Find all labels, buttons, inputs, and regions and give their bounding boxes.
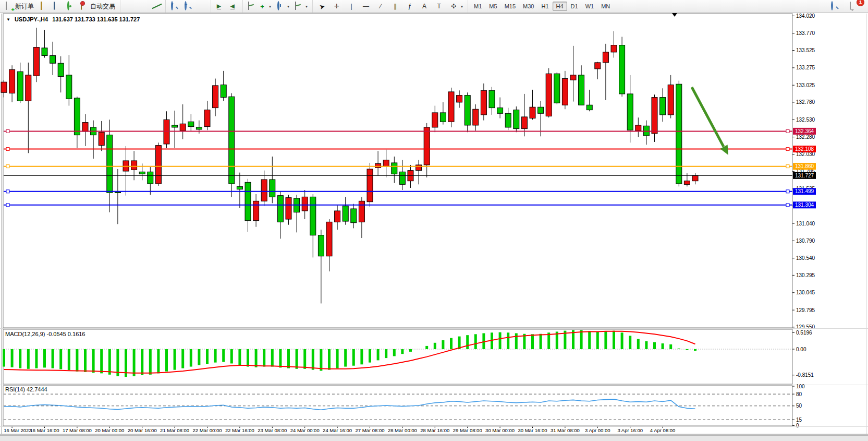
candle-52 xyxy=(424,127,430,165)
candle-42 xyxy=(343,206,348,221)
candle-22 xyxy=(180,124,186,130)
candle-53 xyxy=(432,113,438,127)
candle-28 xyxy=(229,97,235,184)
price-tick-label: 130.540 xyxy=(796,255,815,261)
hline-handle-left-131.860[interactable] xyxy=(6,165,9,168)
candle-1 xyxy=(9,69,15,93)
candle-44 xyxy=(359,201,364,222)
chart-title: ▼ USDJPY-,H4 131.637 131.733 131.635 131… xyxy=(6,16,140,22)
candle-34 xyxy=(277,196,283,222)
rsi-tick-label: 50 xyxy=(796,403,802,409)
time-label: 28 Mar 00:00 xyxy=(388,427,417,433)
price-tick-label: 129.795 xyxy=(796,307,815,313)
time-label: 24 Mar 00:00 xyxy=(290,427,320,433)
main-panel xyxy=(3,14,792,328)
candle-23 xyxy=(188,122,194,126)
time-label: 3 Apr 16:00 xyxy=(617,427,643,433)
price-tick-label: 132.780 xyxy=(796,99,815,105)
candle-18 xyxy=(148,172,153,184)
candle-49 xyxy=(399,172,405,184)
hline-handle-right-132.108[interactable] xyxy=(786,148,789,151)
price-tick-label: 132.030 xyxy=(796,151,815,157)
time-label: 21 Mar 08:00 xyxy=(160,427,189,433)
time-label: 23 Mar 08:00 xyxy=(258,427,287,433)
candle-38 xyxy=(310,197,316,235)
candle-5 xyxy=(42,48,47,56)
candle-51 xyxy=(416,165,422,171)
price-tick-label: 131.040 xyxy=(796,221,815,227)
price-badge-label-131.860: 131.860 xyxy=(795,163,814,169)
price-tick-label: 134.020 xyxy=(796,13,815,19)
candle-76 xyxy=(619,45,625,94)
candle-27 xyxy=(221,85,226,98)
candle-46 xyxy=(375,163,381,168)
time-label: 22 Mar 00:00 xyxy=(193,427,222,433)
candle-57 xyxy=(464,96,470,125)
candle-25 xyxy=(204,110,210,127)
candle-48 xyxy=(392,163,397,174)
candle-39 xyxy=(318,235,324,256)
candle-78 xyxy=(635,125,641,131)
candle-24 xyxy=(196,127,202,129)
candle-0 xyxy=(1,82,7,92)
candle-29 xyxy=(237,186,242,189)
candle-81 xyxy=(660,98,666,115)
candle-55 xyxy=(448,92,454,122)
candle-63 xyxy=(514,110,519,129)
candle-35 xyxy=(286,198,291,219)
candle-12 xyxy=(99,132,104,145)
status-strip xyxy=(0,435,868,441)
macd-tick-label: 0.00 xyxy=(796,347,806,352)
rsi-indicator-label: RSI(14) 42.7444 xyxy=(5,386,47,392)
candle-66 xyxy=(538,107,544,113)
candle-61 xyxy=(497,108,503,114)
candle-75 xyxy=(611,45,617,52)
candle-67 xyxy=(546,74,552,116)
candle-8 xyxy=(66,75,72,99)
candle-37 xyxy=(302,197,308,211)
time-label: 4 Apr 08:00 xyxy=(650,427,676,433)
candle-20 xyxy=(164,120,169,144)
candle-64 xyxy=(521,117,527,129)
time-label: 30 Mar 16:00 xyxy=(518,427,547,433)
candle-33 xyxy=(270,180,275,197)
symbol-dropdown-icon[interactable]: ▼ xyxy=(6,17,10,22)
time-label: 24 Mar 16:00 xyxy=(323,427,352,433)
time-label: 28 Mar 16:00 xyxy=(420,427,449,433)
hline-handle-right-131.304[interactable] xyxy=(786,204,789,207)
hline-handle-left-131.499[interactable] xyxy=(6,190,9,193)
hline-handle-left-132.108[interactable] xyxy=(6,148,9,151)
hline-handle-right-131.499[interactable] xyxy=(786,190,789,193)
hline-handle-right-131.860[interactable] xyxy=(786,165,789,168)
price-badge-label-131.727: 131.727 xyxy=(795,173,814,178)
candle-68 xyxy=(554,74,560,103)
hline-handle-right-132.364[interactable] xyxy=(786,129,789,133)
time-label: 3 Apr 00:00 xyxy=(585,427,610,433)
rsi-tick-label: 0 xyxy=(796,423,799,428)
price-tick-label: 129.550 xyxy=(796,324,815,330)
price-badge-label-131.304: 131.304 xyxy=(795,202,814,208)
time-label: 20 Mar 16:00 xyxy=(128,427,157,433)
candle-17 xyxy=(139,172,145,174)
macd-tick-label: -0.8151 xyxy=(796,372,814,378)
candle-83 xyxy=(676,84,682,184)
macd-tick-label: 0.5196 xyxy=(796,330,812,336)
price-tick-label: 130.295 xyxy=(796,272,815,278)
candle-2 xyxy=(17,71,23,101)
price-tick-label: 133.275 xyxy=(796,65,815,70)
hline-handle-left-132.364[interactable] xyxy=(6,129,9,133)
time-label: 20 Mar 00:00 xyxy=(95,427,124,433)
price-tick-label: 133.025 xyxy=(796,82,815,88)
candle-70 xyxy=(570,75,576,80)
time-label: 30 Mar 00:00 xyxy=(485,427,515,433)
price-tick-label: 133.525 xyxy=(796,47,815,53)
candle-74 xyxy=(603,52,608,63)
price-tick-label: 132.530 xyxy=(796,117,815,123)
rsi-tick-label: 100 xyxy=(796,384,805,389)
candle-62 xyxy=(505,113,511,127)
hline-handle-left-131.304[interactable] xyxy=(6,204,9,207)
price-tick-label: 133.770 xyxy=(796,30,815,36)
candle-16 xyxy=(131,161,137,170)
candle-58 xyxy=(473,109,479,125)
chart-canvas[interactable]: 134.020133.770133.525133.275133.025132.7… xyxy=(0,0,868,441)
